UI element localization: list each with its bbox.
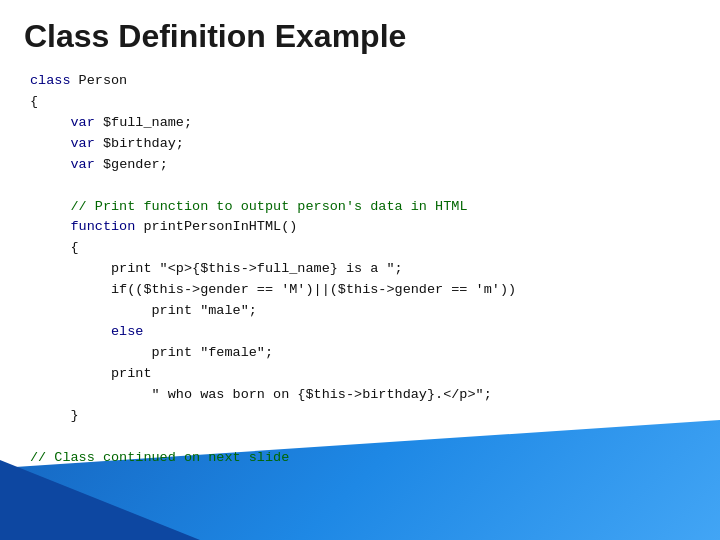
code-line-19: // Class continued on next slide	[30, 450, 289, 465]
code-line-11: if(($this->gender == 'M')||($this->gende…	[30, 282, 516, 297]
code-line-5: var $gender;	[30, 157, 168, 172]
code-line-8: function printPersonInHTML()	[30, 219, 297, 234]
code-line-13: else	[30, 324, 143, 339]
code-line-12: print "male";	[30, 303, 257, 318]
code-line-14: print "female";	[30, 345, 273, 360]
code-line-10: print "<p>{$this->full_name} is a ";	[30, 261, 403, 276]
code-line-17: }	[30, 408, 79, 423]
code-line-7: // Print function to output person's dat…	[30, 199, 467, 214]
code-line-2: {	[30, 94, 38, 109]
code-line-16: " who was born on {$this->birthday}.</p>…	[30, 387, 492, 402]
code-line-3: var $full_name;	[30, 115, 192, 130]
slide-title: Class Definition Example	[0, 0, 720, 65]
code-line-9: {	[30, 240, 79, 255]
code-line-15: print	[30, 366, 152, 381]
code-block: class Person { var $full_name; var $birt…	[0, 65, 720, 479]
code-line-4: var $birthday;	[30, 136, 184, 151]
code-line-1: class Person	[30, 73, 127, 88]
slide-container: Class Definition Example class Person { …	[0, 0, 720, 540]
